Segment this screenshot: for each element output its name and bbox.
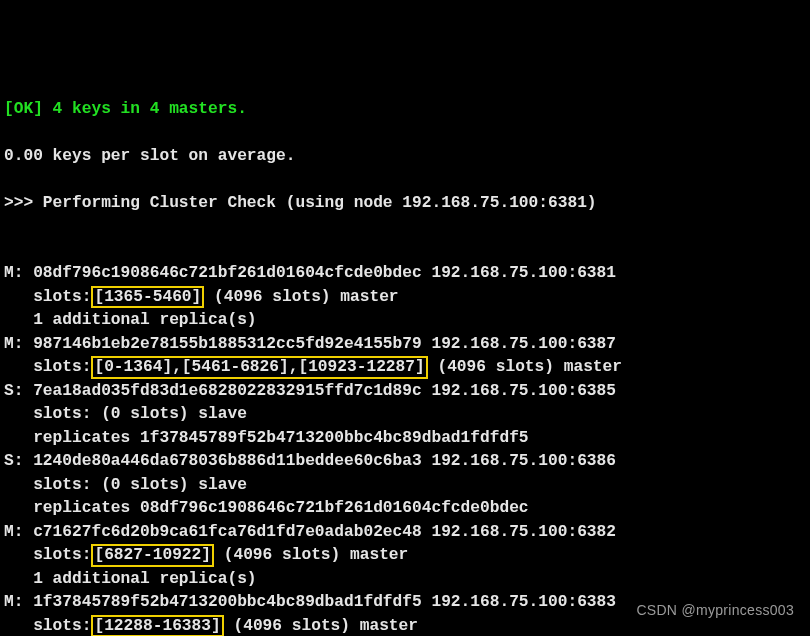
avg-keys-line: 0.00 keys per slot on average.: [4, 145, 810, 168]
slot-range-highlight: [1365-5460]: [91, 286, 204, 309]
slot-range-highlight: [0-1364],[5461-6826],[10923-12287]: [91, 356, 427, 379]
node-slots-line: slots:[6827-10922] (4096 slots) master: [4, 544, 810, 567]
node-header-line: S: 7ea18ad035fd83d1e6828022832915ffd7c1d…: [4, 380, 810, 403]
watermark: CSDN @myprincess003: [636, 600, 794, 620]
ok-keys-line: [OK] 4 keys in 4 masters.: [4, 98, 810, 121]
node-slots-line: slots:[0-1364],[5461-6826],[10923-12287]…: [4, 356, 810, 379]
node-header-line: S: 1240de80a446da678036b886d11beddee60c6…: [4, 450, 810, 473]
slot-range-highlight: [6827-10922]: [91, 544, 214, 567]
node-header-line: M: 987146b1eb2e78155b1885312cc5fd92e4155…: [4, 333, 810, 356]
performing-check-line: >>> Performing Cluster Check (using node…: [4, 192, 810, 215]
node-slots-line: slots: (0 slots) slave: [4, 403, 810, 426]
slot-range-highlight: [12288-16383]: [91, 615, 223, 636]
node-replica-count-line: 1 additional replica(s): [4, 568, 810, 591]
node-header-line: M: 08df796c1908646c721bf261d01604cfcde0b…: [4, 262, 810, 285]
node-slots-line: slots: (0 slots) slave: [4, 474, 810, 497]
node-replicates-line: replicates 08df796c1908646c721bf261d0160…: [4, 497, 810, 520]
node-replicates-line: replicates 1f37845789f52b4713200bbc4bc89…: [4, 427, 810, 450]
cluster-nodes-output: M: 08df796c1908646c721bf261d01604cfcde0b…: [4, 262, 810, 636]
node-header-line: M: c71627fc6d20b9ca61fca76d1fd7e0adab02e…: [4, 521, 810, 544]
node-replica-count-line: 1 additional replica(s): [4, 309, 810, 332]
node-slots-line: slots:[1365-5460] (4096 slots) master: [4, 286, 810, 309]
